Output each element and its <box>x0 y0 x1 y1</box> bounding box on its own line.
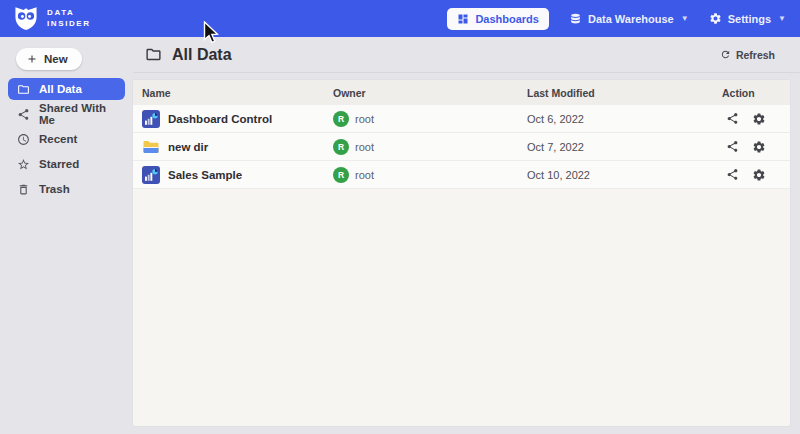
settings-label: Settings <box>728 13 771 25</box>
app-name: DATA INSIDER <box>47 8 91 30</box>
refresh-icon <box>720 49 731 60</box>
folder-icon <box>145 46 162 63</box>
owl-logo-icon <box>13 6 39 31</box>
new-button[interactable]: New <box>16 48 82 70</box>
last-modified-date: Oct 7, 2022 <box>527 141 722 153</box>
chevron-down-icon: ▼ <box>778 14 786 23</box>
row-settings-button[interactable] <box>752 168 766 182</box>
dashboard-file-icon <box>142 166 160 184</box>
folder-file-icon <box>142 138 160 156</box>
last-modified-date: Oct 10, 2022 <box>527 169 722 181</box>
file-name: new dir <box>168 141 208 153</box>
owner-name: root <box>355 141 374 153</box>
file-table: Name Owner Last Modified Action D <box>133 80 790 426</box>
column-header-action: Action <box>722 87 790 99</box>
table-row[interactable]: Sales Sample R root Oct 10, 2022 <box>133 161 790 189</box>
sidebar-item-label: Starred <box>39 158 79 170</box>
owner-name: root <box>355 113 374 125</box>
main-content: All Data Refresh Name Owner Last Modifie… <box>133 37 800 434</box>
sidebar-item-all-data[interactable]: All Data <box>8 78 125 100</box>
gear-icon <box>709 12 722 25</box>
star-icon <box>17 158 30 171</box>
trash-icon <box>17 183 30 196</box>
page-header: All Data Refresh <box>133 37 800 73</box>
dashboard-icon <box>457 13 469 25</box>
share-button[interactable] <box>726 168 739 181</box>
new-button-label: New <box>44 53 68 65</box>
dashboards-label: Dashboards <box>475 13 539 25</box>
data-warehouse-label: Data Warehouse <box>588 13 674 25</box>
top-bar: DATA INSIDER Dashboards Data Warehouse ▼ <box>0 0 800 37</box>
table-row[interactable]: new dir R root Oct 7, 2022 <box>133 133 790 161</box>
sidebar-nav: All Data Shared With Me Recent Starred T… <box>0 78 133 200</box>
dashboards-button[interactable]: Dashboards <box>447 8 549 30</box>
sidebar-item-recent[interactable]: Recent <box>8 128 125 150</box>
row-settings-button[interactable] <box>752 140 766 154</box>
table-header-row: Name Owner Last Modified Action <box>133 80 790 105</box>
column-header-name: Name <box>142 87 333 99</box>
owner-avatar: R <box>333 139 349 155</box>
column-header-last-modified: Last Modified <box>527 87 722 99</box>
owner-avatar: R <box>333 167 349 183</box>
page-title-text: All Data <box>172 46 232 64</box>
sidebar: New All Data Shared With Me Recent Starr… <box>0 37 133 434</box>
page-title: All Data <box>145 46 232 64</box>
refresh-label: Refresh <box>736 49 775 61</box>
last-modified-date: Oct 6, 2022 <box>527 113 722 125</box>
sidebar-item-label: Recent <box>39 133 77 145</box>
clock-icon <box>17 133 30 146</box>
column-header-owner: Owner <box>333 87 527 99</box>
chevron-down-icon: ▼ <box>681 14 689 23</box>
data-warehouse-menu[interactable]: Data Warehouse ▼ <box>569 12 689 25</box>
sidebar-item-trash[interactable]: Trash <box>8 178 125 200</box>
database-icon <box>569 12 582 25</box>
table-row[interactable]: Dashboard Control R root Oct 6, 2022 <box>133 105 790 133</box>
folder-icon <box>17 83 30 96</box>
gear-icon <box>752 112 766 126</box>
settings-menu[interactable]: Settings ▼ <box>709 12 786 25</box>
gear-icon <box>752 140 766 154</box>
sidebar-item-label: Trash <box>39 183 70 195</box>
gear-icon <box>752 168 766 182</box>
share-button[interactable] <box>726 112 739 125</box>
owner-avatar: R <box>333 111 349 127</box>
refresh-button[interactable]: Refresh <box>720 49 775 61</box>
sidebar-item-label: Shared With Me <box>39 102 116 126</box>
share-icon <box>17 108 30 121</box>
owner-name: root <box>355 169 374 181</box>
share-icon <box>726 168 739 181</box>
file-name: Sales Sample <box>168 169 242 181</box>
dashboard-file-icon <box>142 110 160 128</box>
top-navigation: Dashboards Data Warehouse ▼ Settings ▼ <box>447 8 786 30</box>
plus-icon <box>26 53 38 65</box>
sidebar-item-label: All Data <box>39 83 82 95</box>
row-settings-button[interactable] <box>752 112 766 126</box>
share-icon <box>726 140 739 153</box>
share-icon <box>726 112 739 125</box>
sidebar-item-starred[interactable]: Starred <box>8 153 125 175</box>
app-logo: DATA INSIDER <box>13 6 91 31</box>
share-button[interactable] <box>726 140 739 153</box>
sidebar-item-shared-with-me[interactable]: Shared With Me <box>8 103 125 125</box>
file-name: Dashboard Control <box>168 113 272 125</box>
